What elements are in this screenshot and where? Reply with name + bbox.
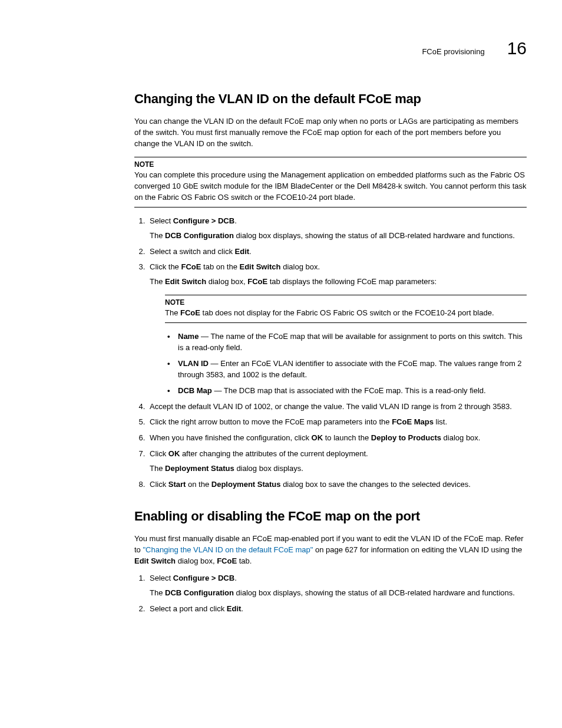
step-text: dialog box to save the changes to the se… [281,480,471,489]
t: Deployment Status [165,464,234,473]
cross-reference-link[interactable]: "Changing the VLAN ID on the default FCo… [143,545,313,554]
chapter-number: 16 [507,35,527,61]
step-bold: Start [168,480,186,489]
list-item: When you have finished the configuration… [147,433,527,444]
note-body: You can complete this procedure using th… [134,170,527,203]
list-item: Accept the default VLAN ID of 1002, or c… [147,401,527,413]
step-bold: FCoE Maps [392,417,434,426]
step-text: Click the right arrow button to move the… [150,417,392,426]
step-bold: Edit [235,247,250,256]
step-bold: Edit Switch [239,262,280,271]
step-bold: Deployment Status [211,480,281,489]
t: DCB Configuration [165,588,234,597]
term: DCB Map [178,386,212,395]
def: — Enter an FCoE VLAN identifier to assoc… [178,359,522,379]
section-title-vlan: Changing the VLAN ID on the default FCoE… [134,90,527,108]
list-item: Select Configure > DCB. The DCB Configur… [147,216,527,242]
list-item: Click the FCoE tab on the Edit Switch di… [147,262,527,396]
step-text: . [234,574,237,582]
section1-intro: You can change the VLAN ID on the defaul… [134,116,527,150]
step-sub: The Edit Switch dialog box, FCoE tab dis… [150,276,527,288]
list-item: Click Start on the Deployment Status dia… [147,479,527,490]
step-sub: The DCB Configuration dialog box display… [150,588,527,599]
list-item: Select a switch and click Edit. [147,246,527,258]
list-item: Click OK after changing the attributes o… [147,449,527,475]
step-sub: The DCB Configuration dialog box display… [150,230,527,242]
t: The [150,231,165,240]
step-text: . [249,247,252,256]
step-text: tab on the [201,262,239,271]
t: tab. [237,556,252,565]
section-title-enable: Enabling or disabling the FCoE map on th… [134,507,527,526]
step-text: list. [434,417,447,426]
step-text: Click the [150,262,181,271]
t: FCoE [247,277,267,286]
def: — The name of the FCoE map that will be … [178,332,523,352]
bullet-list: Name — The name of the FCoE map that wil… [165,331,527,396]
header-label: FCoE provisioning [422,47,484,58]
list-item: Select Configure > DCB. The DCB Configur… [147,573,527,599]
t: dialog box displays. [234,464,303,473]
t: dialog box, [206,277,247,286]
list-item: Click the right arrow button to move the… [147,417,527,428]
t: FCoE [180,308,200,317]
step-text: Select a switch and click [150,247,235,256]
step-text: Click [150,449,168,458]
ordered-steps: Select Configure > DCB. The DCB Configur… [134,573,527,615]
ordered-steps: Select Configure > DCB. The DCB Configur… [134,216,527,490]
def: — The DCB map that is associated with th… [212,386,486,395]
step-sub: The Deployment Status dialog box display… [150,463,527,475]
step-bold: FCoE [181,262,201,271]
note-title: NOTE [165,298,527,308]
step-text: Click [150,480,168,489]
step-text: Select a port and click [150,604,227,613]
step-bold: Configure > DCB [173,216,234,225]
term: VLAN ID [178,359,209,368]
step-text: Select [150,574,173,582]
list-item: DCB Map — The DCB map that is associated… [165,386,527,397]
t: FCoE [217,556,237,565]
note-block: NOTE You can complete this procedure usi… [134,157,527,207]
step-text: dialog box. [281,262,320,271]
t: The [150,464,165,473]
t: tab displays the following FCoE map para… [267,277,437,286]
term: Name [178,332,199,341]
t: dialog box, [176,556,217,565]
step-bold: Configure > DCB [173,574,234,582]
step-text: to launch the [323,433,371,442]
note-block: NOTE The FCoE tab does not display for t… [165,295,527,323]
t: Edit Switch [165,277,206,286]
section2-intro: You must first manually disable an FCoE … [134,533,527,567]
note-title: NOTE [134,160,527,170]
step-text: on the [186,480,211,489]
list-item: Select a port and click Edit. [147,604,527,615]
t: The [150,588,165,597]
t: Edit Switch [134,556,176,565]
step-text: When you have finished the configuration… [150,433,312,442]
t: dialog box displays, showing the status … [234,231,515,240]
step-text: after changing the attributes of the cur… [180,449,368,458]
t: tab does not display for the Fabric OS F… [200,308,494,317]
step-text: . [234,216,237,225]
t: DCB Configuration [165,231,234,240]
step-bold: Edit [227,604,242,613]
list-item: VLAN ID — Enter an FCoE VLAN identifier … [165,358,527,381]
t: on page 627 for information on editing t… [313,545,522,554]
step-bold: Deploy to Products [371,433,441,442]
note-body: The FCoE tab does not display for the Fa… [165,308,527,319]
step-text: dialog box. [441,433,481,442]
t: The [165,308,180,317]
t: dialog box displays, showing the status … [234,588,515,597]
page-header: FCoE provisioning 16 [134,35,527,61]
t: The [150,277,165,286]
step-text: . [241,604,243,613]
step-bold: OK [312,433,323,442]
step-bold: OK [168,449,180,458]
step-text: Select [150,216,173,225]
list-item: Name — The name of the FCoE map that wil… [165,331,527,354]
